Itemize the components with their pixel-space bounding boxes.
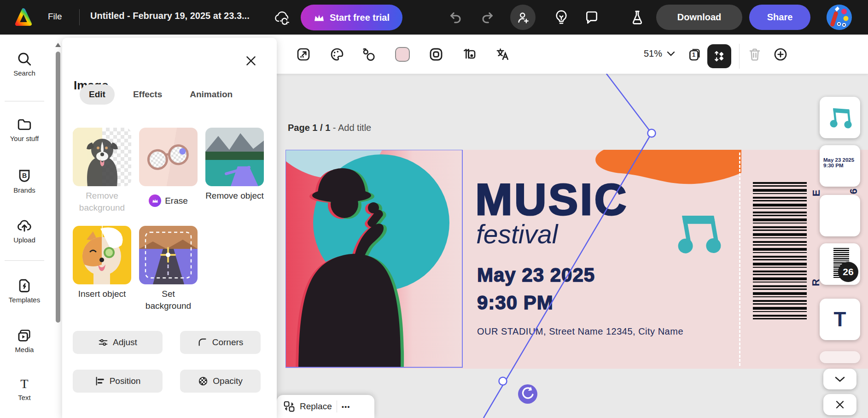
tool-remove-object[interactable] <box>205 128 264 186</box>
zoom-level[interactable]: 51% <box>644 48 662 59</box>
crown-icon <box>314 13 325 22</box>
templates-icon <box>17 278 32 294</box>
add-page-icon[interactable] <box>772 46 789 63</box>
dog-preview-graphic <box>79 136 125 186</box>
tool-remove-background[interactable] <box>73 128 131 186</box>
add-collaborator-icon <box>516 11 530 24</box>
close-icon <box>836 400 844 409</box>
adjust-button[interactable]: Adjust <box>73 331 163 354</box>
sidebar-item-upload[interactable]: Upload <box>0 218 49 244</box>
redo-icon[interactable] <box>480 10 495 25</box>
cloud-sync-icon[interactable] <box>274 10 291 25</box>
sidebar-item-templates[interactable]: Templates <box>0 278 49 304</box>
replace-bar[interactable]: Replace ••• <box>277 395 374 418</box>
line-endpoint-handle[interactable] <box>499 377 507 385</box>
layers-button[interactable] <box>707 44 731 68</box>
sidebar-item-brands[interactable]: B Brands <box>0 168 49 194</box>
sidebar-item-label: Brands <box>0 186 49 194</box>
layer-thumb-date-text[interactable]: May 23 2025 9:30 PM <box>820 145 860 187</box>
premium-crown-icon <box>149 194 161 207</box>
opacity-label: Opacity <box>213 376 242 386</box>
corner-radius-icon <box>198 337 208 347</box>
tool-label-erase: Erase <box>165 196 188 206</box>
tool-set-background[interactable] <box>139 226 198 284</box>
add-collaborator-button[interactable] <box>510 5 536 30</box>
rotate-handle[interactable] <box>518 384 537 404</box>
beaker-icon[interactable] <box>630 9 645 26</box>
tool-label-erase-row: Erase <box>139 194 198 207</box>
sidebar-divider <box>5 101 44 101</box>
tab-effects[interactable]: Effects <box>124 84 171 105</box>
sidebar-item-label: Text <box>0 394 49 401</box>
sidebar-item-media[interactable]: Media <box>0 328 49 353</box>
layer-thumb-blank[interactable] <box>820 195 860 236</box>
file-menu[interactable]: File <box>48 12 62 22</box>
adobe-express-logo[interactable] <box>13 6 34 28</box>
replace-swap-icon <box>283 400 295 412</box>
layer-thumb-text[interactable]: T <box>820 299 860 340</box>
tool-label-remove-object: Remove object <box>205 190 264 202</box>
tab-edit[interactable]: Edit <box>80 84 115 105</box>
position-button[interactable]: Position <box>73 370 163 393</box>
download-button[interactable]: Download <box>656 5 742 30</box>
tool-label-remove-background: Remove background <box>73 190 131 213</box>
document-title[interactable]: Untitled - February 19, 2025 at 23.3... <box>90 11 250 21</box>
sidebar-divider <box>5 260 44 261</box>
lightbulb-icon[interactable] <box>553 9 569 26</box>
sidebar-item-label: Templates <box>0 296 49 304</box>
duplicate-icon[interactable] <box>460 46 478 63</box>
share-label: Share <box>767 12 793 23</box>
topbar-divider <box>79 9 80 25</box>
comment-icon[interactable] <box>584 10 600 25</box>
ticket-peek-letter: 6 <box>848 188 860 194</box>
text-icon: T <box>17 376 32 391</box>
start-free-trial-button[interactable]: Start free trial <box>301 5 402 30</box>
layer-thumb-partial[interactable] <box>820 351 860 363</box>
folder-icon <box>17 117 32 132</box>
layer-thumb-barcode[interactable]: 26 <box>820 243 860 285</box>
animate-nodes-icon[interactable] <box>360 46 378 63</box>
toolbar-divider <box>739 44 740 69</box>
opacity-button[interactable]: Opacity <box>180 370 261 393</box>
position-label: Position <box>110 376 141 386</box>
scroll-up-arrow[interactable] <box>55 43 61 47</box>
zoom-chevron-icon[interactable] <box>667 51 675 56</box>
rail-close-button[interactable] <box>823 394 856 415</box>
sidebar-item-label: Your stuff <box>0 135 49 142</box>
resize-icon[interactable] <box>295 46 312 63</box>
line-endpoint-handle[interactable] <box>648 130 656 137</box>
color-swatch[interactable] <box>394 46 411 63</box>
tool-insert-object[interactable] <box>73 226 131 284</box>
panel-close-button[interactable] <box>244 53 258 68</box>
pages-icon[interactable]: 1 <box>686 46 704 63</box>
frame-mask-icon[interactable] <box>427 46 445 63</box>
translate-icon[interactable] <box>494 46 512 63</box>
avatar[interactable] <box>827 5 852 30</box>
adjust-label: Adjust <box>113 337 137 347</box>
corners-label: Corners <box>212 337 244 347</box>
undo-icon[interactable] <box>448 10 463 25</box>
layer-count-badge: 26 <box>838 262 858 282</box>
sidebar-item-text[interactable]: T Text <box>0 376 49 401</box>
sidebar-item-search[interactable]: Search <box>0 51 49 77</box>
corners-button[interactable]: Corners <box>180 331 261 354</box>
position-align-icon <box>95 376 105 386</box>
app-sidebar: Search Your stuff B Brands Upload Templa… <box>0 35 49 418</box>
sidebar-item-your-stuff[interactable]: Your stuff <box>0 117 49 142</box>
layer-thumb-music-note[interactable] <box>820 97 860 138</box>
sidebar-item-label: Media <box>0 346 49 353</box>
share-button[interactable]: Share <box>749 5 810 30</box>
page-count: 1 <box>692 51 695 58</box>
rail-expand-button[interactable] <box>823 369 856 389</box>
top-app-bar: File Untitled - February 19, 2025 at 23.… <box>0 0 868 35</box>
cloud-upload-icon <box>17 218 32 234</box>
more-options-button[interactable]: ••• <box>342 403 350 411</box>
opacity-checker-icon <box>198 376 208 386</box>
svg-text:T: T <box>20 377 28 391</box>
color-palette-icon[interactable] <box>328 46 346 63</box>
ticket-peek-letter: E <box>810 190 822 197</box>
tab-animation[interactable]: Animation <box>181 84 242 105</box>
tool-erase[interactable] <box>139 128 198 186</box>
scrollbar-thumb[interactable] <box>56 52 60 323</box>
trash-icon[interactable] <box>746 46 763 63</box>
